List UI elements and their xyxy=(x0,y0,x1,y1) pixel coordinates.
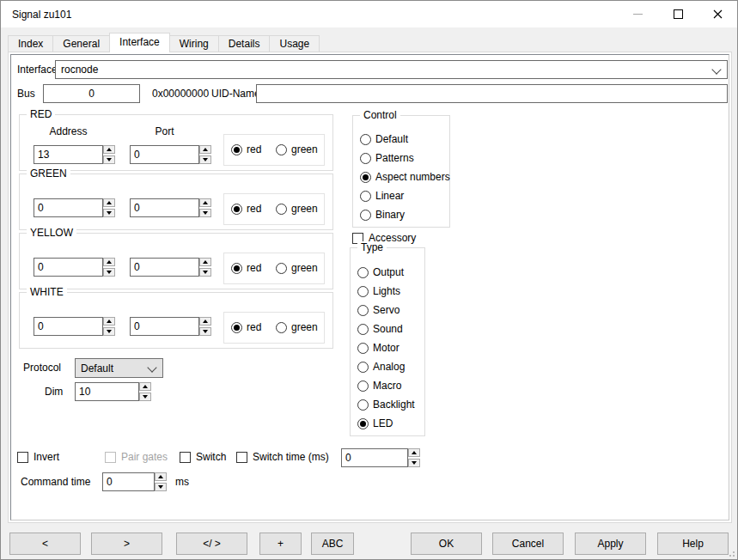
resize-grip[interactable] xyxy=(726,548,735,557)
control-option-linear[interactable]: Linear xyxy=(360,190,404,202)
invert-checkbox[interactable]: Invert xyxy=(17,451,59,463)
spin-up-button[interactable] xyxy=(408,448,420,457)
close-button[interactable] xyxy=(698,1,737,27)
red-address-input[interactable] xyxy=(34,145,103,164)
type-option-output[interactable]: Output xyxy=(357,266,404,278)
spin-down-button[interactable] xyxy=(199,268,211,277)
up-arrow-icon xyxy=(203,201,208,204)
bus-input[interactable] xyxy=(43,84,140,103)
group-title-white: WHITE xyxy=(27,286,67,299)
tab-wiring[interactable]: Wiring xyxy=(169,35,219,52)
green-gate-frame: red green xyxy=(223,193,325,225)
control-option-default[interactable]: Default xyxy=(360,133,408,145)
tab-details[interactable]: Details xyxy=(218,35,271,52)
up-arrow-icon xyxy=(158,475,163,478)
ok-button[interactable]: OK xyxy=(411,533,482,555)
pair-gates-checkbox[interactable]: Pair gates xyxy=(105,451,168,463)
apply-button[interactable]: Apply xyxy=(575,533,646,555)
interface-id-combobox[interactable]: rocnode xyxy=(55,60,728,79)
add-button[interactable]: + xyxy=(259,533,302,555)
control-option-aspect-numbers[interactable]: Aspect numbers xyxy=(360,171,450,183)
radio-icon xyxy=(360,191,371,202)
spin-down-button[interactable] xyxy=(155,483,167,491)
radio-label: Motor xyxy=(373,342,399,354)
spin-up-button[interactable] xyxy=(103,317,115,326)
white-gate-red-radio[interactable]: red xyxy=(231,321,261,333)
spin-down-button[interactable] xyxy=(103,327,115,336)
switch-checkbox[interactable]: Switch xyxy=(180,451,226,463)
radio-label: red xyxy=(247,203,261,215)
spin-down-button[interactable] xyxy=(103,155,115,164)
yellow-port-input[interactable] xyxy=(130,258,199,277)
up-arrow-icon xyxy=(203,260,208,264)
minimize-icon xyxy=(633,14,643,15)
yellow-gate-green-radio[interactable]: green xyxy=(276,262,318,274)
help-button[interactable]: Help xyxy=(657,533,729,555)
white-port-input[interactable] xyxy=(130,317,199,336)
type-option-led[interactable]: LED xyxy=(357,417,393,429)
spin-up-button[interactable] xyxy=(103,145,115,154)
type-group: Type Output Lights Servo Sound Motor xyxy=(350,247,425,436)
white-gate-green-radio[interactable]: green xyxy=(276,321,318,333)
spin-down-button[interactable] xyxy=(103,268,115,277)
green-gate-red-radio[interactable]: red xyxy=(231,203,261,215)
dim-input[interactable] xyxy=(75,382,139,401)
spin-down-button[interactable] xyxy=(199,209,211,217)
spin-up-button[interactable] xyxy=(103,258,115,266)
switch-time-spinner xyxy=(408,448,420,467)
green-gate-green-radio[interactable]: green xyxy=(276,203,318,215)
spin-up-button[interactable] xyxy=(103,198,115,207)
signal-group-yellow: YELLOW red green xyxy=(19,233,333,289)
type-option-servo[interactable]: Servo xyxy=(357,304,399,316)
command-time-spinner xyxy=(155,472,167,491)
type-option-motor[interactable]: Motor xyxy=(357,342,399,354)
red-gate-red-radio[interactable]: red xyxy=(231,143,261,155)
switch-time-checkbox[interactable]: Switch time (ms) xyxy=(236,451,329,463)
control-option-binary[interactable]: Binary xyxy=(360,209,405,221)
code-button[interactable]: </ > xyxy=(176,533,247,555)
next-button[interactable]: > xyxy=(91,533,162,555)
spin-up-button[interactable] xyxy=(199,317,211,326)
tab-bar: Index General Interface Wiring Details U… xyxy=(8,33,319,52)
type-option-analog[interactable]: Analog xyxy=(357,361,405,373)
spin-down-button[interactable] xyxy=(408,459,420,467)
radio-label: red xyxy=(247,143,261,155)
radio-icon xyxy=(357,362,369,373)
red-port-input[interactable] xyxy=(130,145,199,164)
control-option-patterns[interactable]: Patterns xyxy=(360,152,414,164)
prev-button[interactable]: < xyxy=(9,533,81,555)
spin-down-button[interactable] xyxy=(103,209,115,217)
type-option-macro[interactable]: Macro xyxy=(357,380,401,392)
spin-up-button[interactable] xyxy=(199,258,211,266)
spin-up-button[interactable] xyxy=(199,145,211,154)
type-option-lights[interactable]: Lights xyxy=(357,285,400,297)
abc-button[interactable]: ABC xyxy=(311,533,354,555)
tab-general[interactable]: General xyxy=(52,35,110,52)
spin-down-button[interactable] xyxy=(199,155,211,164)
protocol-combobox[interactable]: Default xyxy=(75,358,163,378)
green-port-input[interactable] xyxy=(130,198,199,217)
uid-name-input[interactable] xyxy=(256,84,728,103)
red-gate-green-radio[interactable]: green xyxy=(276,143,318,155)
radio-icon xyxy=(357,267,369,278)
maximize-button[interactable] xyxy=(658,1,698,27)
green-address-input[interactable] xyxy=(34,198,103,217)
tab-interface[interactable]: Interface xyxy=(109,33,170,52)
down-arrow-icon xyxy=(107,271,112,274)
type-option-backlight[interactable]: Backlight xyxy=(357,399,415,411)
white-address-input[interactable] xyxy=(34,317,103,336)
tab-usage[interactable]: Usage xyxy=(269,35,320,52)
spin-up-button[interactable] xyxy=(155,472,167,481)
switch-time-input[interactable] xyxy=(341,448,408,467)
spin-down-button[interactable] xyxy=(199,327,211,336)
command-time-input[interactable] xyxy=(102,472,155,491)
spin-down-button[interactable] xyxy=(139,393,151,401)
yellow-address-input[interactable] xyxy=(34,258,103,277)
spin-up-button[interactable] xyxy=(199,198,211,207)
tab-index[interactable]: Index xyxy=(8,35,53,52)
yellow-gate-red-radio[interactable]: red xyxy=(231,262,261,274)
minimize-button[interactable] xyxy=(618,1,657,27)
type-option-sound[interactable]: Sound xyxy=(357,323,403,335)
cancel-button[interactable]: Cancel xyxy=(492,533,564,555)
spin-up-button[interactable] xyxy=(139,382,151,391)
